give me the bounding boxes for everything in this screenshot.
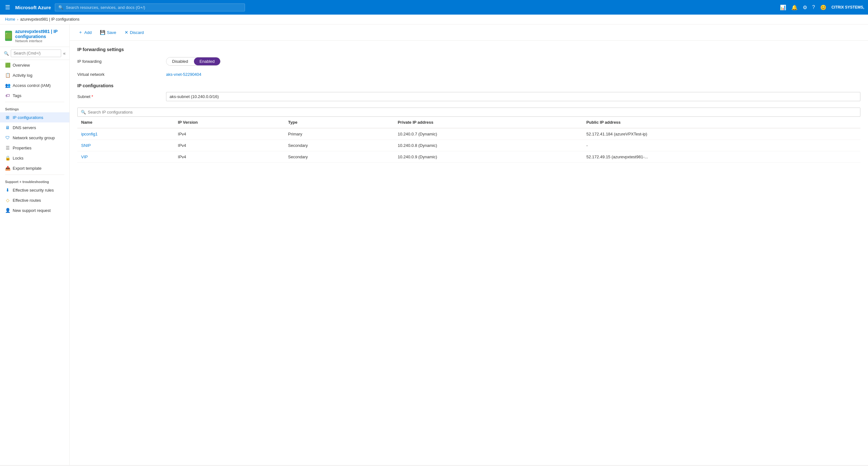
notifications-icon[interactable]: ⚙	[803, 4, 807, 10]
nav-effective-security-rules-label: Effective security rules	[13, 188, 54, 193]
ip-configurations-section-title: IP configurations	[77, 83, 860, 88]
ip-config-link[interactable]: SNIP	[81, 143, 91, 148]
nav-export-template-label: Export template	[13, 166, 41, 171]
settings-icon[interactable]: ?	[812, 4, 815, 10]
nav-access-control[interactable]: 👥 Access control (IAM)	[0, 80, 69, 90]
toggle-disabled[interactable]: Disabled	[166, 57, 194, 65]
add-button[interactable]: ＋ Add	[75, 28, 95, 37]
resource-subtitle: Network interface	[15, 39, 64, 43]
topbar-icons: 📊 🔔 ⚙ ? 😊 CITRIX SYSTEMS,	[780, 4, 864, 10]
settings-divider	[5, 102, 64, 102]
nav-dns-servers[interactable]: 🖥 DNS servers	[0, 122, 69, 133]
ip-config-icon: ⊞	[5, 115, 10, 120]
export-template-icon: 📤	[5, 166, 10, 171]
discard-label: Discard	[130, 30, 144, 35]
col-public-ip: Public IP address	[583, 117, 860, 128]
search-icon: 🔍	[58, 5, 63, 10]
cell-public-ip: 52.172.49.15 (azurevpxtest981-...	[583, 151, 860, 163]
cell-public-ip: 52.172.41.184 (azureVPXTest-ip)	[583, 128, 860, 140]
cell-type: Secondary	[284, 140, 394, 151]
discard-icon: ✕	[125, 30, 128, 35]
settings-section-header: Settings	[0, 104, 69, 112]
table-row[interactable]: ipconfig1 IPv4 Primary 10.240.0.7 (Dynam…	[77, 128, 860, 140]
effective-routes-icon: ◇	[5, 198, 10, 203]
ip-config-link[interactable]: ipconfig1	[81, 132, 98, 137]
global-search[interactable]: 🔍	[55, 3, 245, 11]
support-section-header: Support + troubleshooting	[0, 176, 69, 185]
ip-forwarding-label: IP forwarding	[77, 59, 166, 64]
nav-export-template[interactable]: 📤 Export template	[0, 163, 69, 173]
add-icon: ＋	[78, 29, 83, 35]
save-icon: 💾	[100, 30, 105, 35]
nav-effective-security-rules[interactable]: ⬇ Effective security rules	[0, 185, 69, 195]
discard-button[interactable]: ✕ Discard	[121, 28, 147, 37]
sidebar-search-input[interactable]	[11, 50, 61, 57]
save-label: Save	[107, 30, 116, 35]
table-row[interactable]: SNIP IPv4 Secondary 10.240.0.8 (Dynamic)…	[77, 140, 860, 151]
cell-name: ipconfig1	[77, 128, 174, 140]
nic-icon: 🟩	[5, 32, 12, 39]
citrix-label: CITRIX SYSTEMS,	[832, 5, 864, 9]
search-input[interactable]	[66, 5, 242, 10]
cell-name: SNIP	[77, 140, 174, 151]
nav-tags[interactable]: 🏷 Tags	[0, 90, 69, 100]
collapse-icon[interactable]: «	[63, 51, 66, 56]
cell-type: Primary	[284, 128, 394, 140]
table-row[interactable]: VIP IPv4 Secondary 10.240.0.9 (Dynamic) …	[77, 151, 860, 163]
nav-nsg-label: Network security group	[13, 136, 55, 140]
col-name: Name	[77, 117, 174, 128]
nav-tags-label: Tags	[13, 93, 21, 98]
ip-forwarding-section-title: IP forwarding settings	[77, 47, 860, 52]
nav-network-security-group[interactable]: 🛡 Network security group	[0, 133, 69, 143]
access-control-icon: 👥	[5, 83, 10, 88]
breadcrumb-home[interactable]: Home	[5, 17, 15, 22]
table-search-input[interactable]	[88, 110, 183, 115]
ip-forwarding-toggle[interactable]: Disabled Enabled	[166, 57, 221, 66]
nav-dns-servers-label: DNS servers	[13, 125, 36, 130]
sidebar-search-icon: 🔍	[4, 51, 9, 56]
hamburger-menu[interactable]: ☰	[4, 3, 11, 12]
effective-security-rules-icon: ⬇	[5, 187, 10, 193]
nav-new-support-request-label: New support request	[13, 208, 51, 213]
nav-overview[interactable]: 🟩 Overview	[0, 60, 69, 70]
toggle-enabled[interactable]: Enabled	[194, 57, 221, 65]
nav-ip-configurations-label: IP configurations	[13, 115, 43, 120]
virtual-network-link[interactable]: aks-vnet-52290404	[166, 72, 201, 77]
main-layout: 🟩 azurevpxtest981 | IP configurations Ne…	[0, 24, 868, 465]
tags-icon: 🏷	[5, 93, 10, 98]
cell-private-ip: 10.240.0.9 (Dynamic)	[394, 151, 583, 163]
ip-forwarding-toggle-container: Disabled Enabled	[166, 57, 860, 66]
locks-icon: 🔒	[5, 155, 10, 161]
help-icon[interactable]: 😊	[820, 4, 827, 10]
table-header-row: Name IP Version Type Private IP address …	[77, 117, 860, 128]
cell-name: VIP	[77, 151, 174, 163]
virtual-network-value: aks-vnet-52290404	[166, 72, 860, 77]
save-button[interactable]: 💾 Save	[96, 28, 120, 37]
new-support-request-icon: 👤	[5, 208, 10, 213]
nav-locks-label: Locks	[13, 156, 24, 161]
nav-new-support-request[interactable]: 👤 New support request	[0, 205, 69, 215]
virtual-network-row: Virtual network aks-vnet-52290404	[77, 72, 860, 77]
subnet-dropdown[interactable]: aks-subnet (10.240.0.0/16)	[166, 92, 860, 101]
breadcrumb-separator: ›	[17, 18, 19, 21]
feedback-icon[interactable]: 🔔	[791, 4, 798, 10]
support-divider	[5, 174, 64, 175]
table-search-icon: 🔍	[81, 110, 86, 115]
breadcrumb-current: azurevpxtest981 | IP configurations	[20, 17, 80, 22]
nav-properties[interactable]: ☰ Properties	[0, 143, 69, 153]
ip-config-link[interactable]: VIP	[81, 154, 88, 159]
nav-properties-label: Properties	[13, 146, 31, 150]
nav-effective-routes[interactable]: ◇ Effective routes	[0, 195, 69, 205]
cell-private-ip: 10.240.0.7 (Dynamic)	[394, 128, 583, 140]
add-label: Add	[84, 30, 92, 35]
cell-type: Secondary	[284, 151, 394, 163]
resource-title: azurevpxtest981 | IP configurations	[15, 29, 64, 39]
dashboard-icon[interactable]: 📊	[780, 4, 786, 10]
content-body: IP forwarding settings IP forwarding Dis…	[70, 40, 868, 169]
nav-locks[interactable]: 🔒 Locks	[0, 153, 69, 163]
col-private-ip: Private IP address	[394, 117, 583, 128]
nav-access-control-label: Access control (IAM)	[13, 83, 51, 88]
azure-logo: Microsoft Azure	[15, 5, 51, 10]
nav-ip-configurations[interactable]: ⊞ IP configurations	[0, 112, 69, 122]
nav-activity-log[interactable]: 📋 Activity log	[0, 70, 69, 80]
